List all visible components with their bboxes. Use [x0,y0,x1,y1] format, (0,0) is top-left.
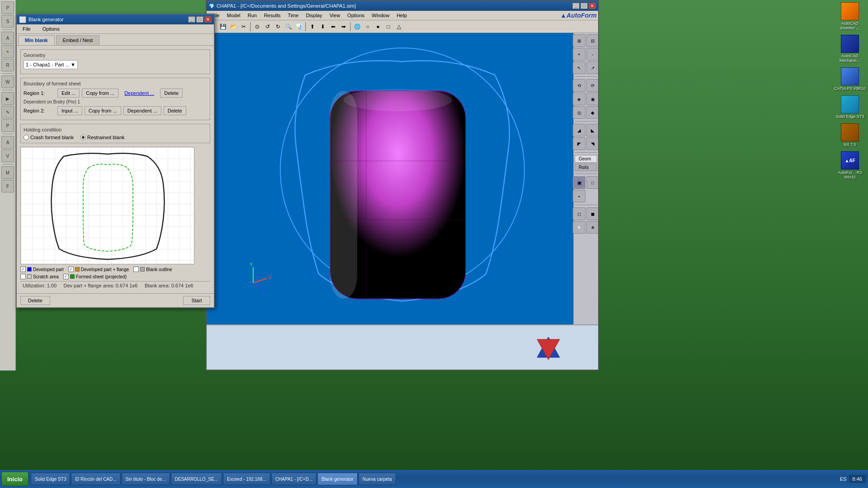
left-icon-12[interactable]: M [1,166,14,179]
tab-embed-nest[interactable]: Embed / Nest [56,35,100,45]
toolbar-btn-16[interactable]: ● [373,22,383,32]
copy-from-button[interactable]: Copy from ... [82,89,118,98]
menu-display[interactable]: Display [302,12,326,19]
toolbar-btn-3[interactable]: 📂 [228,22,238,32]
toolbar-btn-17[interactable]: □ [383,22,393,32]
delete-button[interactable]: Delete [20,296,50,305]
legend-dev-flange[interactable]: Developed part + flange [68,267,129,272]
toolbar-btn-14[interactable]: 🌐 [352,22,362,32]
left-icon-2[interactable]: S [1,15,14,28]
start-button[interactable]: Inicio [1,472,28,486]
desktop-icon-autoform[interactable]: ▲AF AutoFor... R3 Win32 [834,151,866,179]
panel-icon-23[interactable]: ◾ [586,221,598,234]
panel-icon-17[interactable]: ▣ [573,176,585,189]
legend-blank-outline[interactable]: Blank outline [133,267,172,272]
menu-results[interactable]: Results [260,12,284,19]
desktop-icon-autocad-mechanic[interactable]: AutoCAD Mechanic... [834,35,866,63]
panel-icon-13[interactable]: ◢ [573,124,585,136]
delete-region1-button[interactable]: Delete [160,89,183,98]
legend-formed-sheet-check[interactable] [63,274,69,279]
panel-icon-3[interactable]: + [573,48,585,61]
menu-options[interactable]: Options [344,12,368,19]
left-icon-5[interactable]: R [1,59,14,71]
rsits-tab[interactable]: Rsits [575,164,597,171]
desktop-icon-autocad-inventor[interactable]: AutoCAD Inventor ... [834,2,866,30]
tab-min-blank[interactable]: Min blank [18,35,55,45]
panel-icon-6[interactable]: ↗ [586,61,598,74]
panel-icon-4[interactable]: - [586,48,598,61]
menu-view[interactable]: View [326,12,344,19]
panel-icon-14[interactable]: ◣ [586,124,598,136]
left-icon-6[interactable]: W [1,75,14,88]
desktop-icon-nx[interactable]: NX 7.5 [834,123,866,147]
taskbar-item-2[interactable]: Sin titulo - Bloc de... [122,473,170,485]
legend-dev-flange-check[interactable] [68,267,74,272]
crash-formed-radio[interactable] [24,135,29,140]
menu-time[interactable]: Time [284,12,302,19]
panel-icon-21[interactable]: ◼ [586,207,598,220]
taskbar-item-0[interactable]: Solid Edge ST3 [31,473,71,485]
copy-from2-button[interactable]: Copy from ... [85,106,121,115]
panel-icon-22[interactable]: ◽ [573,221,585,234]
blank-gen-maximize[interactable]: □ [196,16,203,23]
menu-window[interactable]: Window [368,12,393,19]
left-icon-1[interactable]: P [1,1,14,14]
restrained-blank-radio[interactable] [80,135,86,140]
taskbar-item-7[interactable]: Nueva carpeta [359,473,396,485]
panel-icon-20[interactable]: ◻ [573,207,585,220]
menu-model[interactable]: Model [223,12,244,19]
edit-button[interactable]: Edit ... [57,89,80,98]
taskbar-item-3[interactable]: DESARROLLO_SE... [171,473,222,485]
toolbar-btn-18[interactable]: △ [394,22,404,32]
minimize-button[interactable]: _ [572,3,580,9]
toolbar-btn-5[interactable]: ⊙ [252,22,262,32]
panel-icon-7[interactable]: ⟲ [573,79,585,92]
legend-scratch-check[interactable] [20,274,26,279]
panel-icon-12[interactable]: ◆ [586,106,598,119]
panel-icon-5[interactable]: ↖ [573,61,585,74]
left-icon-4[interactable]: + [1,45,14,58]
menu-run[interactable]: Run [244,12,260,19]
panel-icon-16[interactable]: ◥ [586,137,598,150]
geometry-dropdown[interactable]: 1 - Chapa1 - Part ... ▼ [24,60,78,69]
left-icon-7[interactable]: ▶ [1,92,14,105]
toolbar-btn-13[interactable]: ➡ [339,22,349,32]
panel-icon-15[interactable]: ◤ [573,137,585,150]
dependent-button[interactable]: Dependent ... [121,89,158,98]
menu-help[interactable]: Help [393,12,410,19]
toolbar-btn-10[interactable]: ⬆ [307,22,317,32]
delete-region2-button[interactable]: Delete [164,106,186,115]
geom-tab[interactable]: Geom [575,155,597,163]
taskbar-item-5[interactable]: CHAPA1 - [/C=D... [271,473,316,485]
toolbar-btn-8[interactable]: 🔍 [283,22,293,32]
input-button[interactable]: Input ... [57,106,82,115]
desktop-icon-catia[interactable]: CATIA P3 V5R10 [834,67,866,91]
left-icon-13[interactable]: F [1,180,14,192]
taskbar-item-6[interactable]: Blank generator [317,473,358,485]
toolbar-btn-7[interactable]: ↻ [273,22,283,32]
desktop-icon-solid-edge[interactable]: Solid Edge ST3 [834,95,866,119]
toolbar-btn-11[interactable]: ⬇ [318,22,328,32]
close-button[interactable]: ✕ [589,3,596,9]
panel-icon-2[interactable]: ⊟ [586,34,598,47]
crash-formed-option[interactable]: Crash formed blank [24,135,74,140]
blank-gen-menu-file[interactable]: File [19,25,34,33]
left-icon-11[interactable]: V [1,150,14,162]
panel-icon-11[interactable]: ◎ [573,106,585,119]
toolbar-btn-15[interactable]: ○ [363,22,373,32]
toolbar-btn-2[interactable]: 💾 [218,22,228,32]
restrained-blank-option[interactable]: Restrained blank [80,135,125,140]
left-icon-8[interactable]: ✎ [1,106,14,118]
dependent2-button[interactable]: Dependent ... [123,106,161,115]
panel-icon-9[interactable]: ◈ [573,93,585,105]
panel-icon-10[interactable]: ◉ [586,93,598,105]
left-icon-10[interactable]: A [1,136,14,149]
panel-icon-19[interactable]: ▪ [573,190,585,202]
blank-gen-minimize[interactable]: _ [188,16,195,23]
taskbar-item-1[interactable]: El Rincón del CAD... [71,473,120,485]
panel-icon-1[interactable]: ⊞ [573,34,585,47]
start-button[interactable]: Start [183,296,210,305]
maximize-button[interactable]: □ [580,3,588,9]
panel-icon-18[interactable]: □ [586,176,598,189]
blank-gen-menu-options[interactable]: Options [39,25,63,33]
